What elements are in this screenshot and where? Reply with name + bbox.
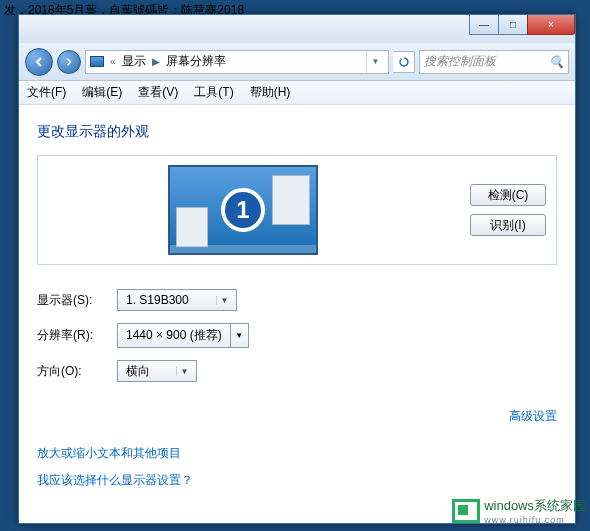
preview-taskbar — [170, 245, 316, 253]
chevron-right-icon: ▶ — [152, 56, 160, 67]
menu-tools[interactable]: 工具(T) — [194, 84, 233, 101]
monitor-preview[interactable]: 1 — [168, 165, 318, 255]
resolution-select[interactable]: 1440 × 900 (推荐) ▼ — [117, 323, 249, 348]
preview-window-icon — [176, 207, 208, 247]
display-icon — [90, 56, 104, 67]
nav-back-button[interactable] — [25, 48, 53, 76]
monitor-number-badge: 1 — [221, 188, 265, 232]
address-input[interactable]: « 显示 ▶ 屏幕分辨率 ▼ — [85, 50, 389, 74]
content-pane: 更改显示器的外观 1 检测(C) 识别(I) 显示器(S): 1. S19B30… — [19, 105, 575, 523]
chevron-down-icon: ▼ — [230, 324, 248, 347]
menu-bar: 文件(F) 编辑(E) 查看(V) 工具(T) 帮助(H) — [19, 81, 575, 105]
address-dropdown[interactable]: ▼ — [366, 51, 384, 73]
monitor-preview-frame: 1 检测(C) 识别(I) — [37, 155, 557, 265]
orientation-select-value: 横向 — [126, 363, 150, 380]
page-title: 更改显示器的外观 — [37, 123, 557, 141]
advanced-settings-link[interactable]: 高级设置 — [509, 409, 557, 423]
breadcrumb-overflow[interactable]: « — [110, 56, 116, 67]
menu-edit[interactable]: 编辑(E) — [82, 84, 122, 101]
display-select[interactable]: 1. S19B300 ▼ — [117, 289, 237, 311]
watermark: windows系统家园 www.ruihifu.com — [452, 497, 586, 525]
minimize-button[interactable]: — — [469, 15, 499, 35]
resolution-select-value: 1440 × 900 (推荐) — [118, 324, 230, 347]
search-placeholder: 搜索控制面板 — [424, 53, 496, 70]
chevron-down-icon: ▼ — [176, 367, 192, 376]
titlebar: — □ × — [19, 15, 575, 43]
address-bar: « 显示 ▶ 屏幕分辨率 ▼ 搜索控制面板 🔍 — [19, 43, 575, 81]
search-icon: 🔍 — [549, 55, 564, 69]
breadcrumb-item[interactable]: 屏幕分辨率 — [166, 53, 226, 70]
menu-help[interactable]: 帮助(H) — [250, 84, 291, 101]
orientation-select[interactable]: 横向 ▼ — [117, 360, 197, 382]
text-size-link[interactable]: 放大或缩小文本和其他项目 — [37, 445, 557, 462]
which-settings-link[interactable]: 我应该选择什么显示器设置？ — [37, 472, 557, 489]
identify-button[interactable]: 识别(I) — [470, 214, 546, 236]
watermark-logo-icon — [452, 499, 480, 523]
display-select-value: 1. S19B300 — [126, 293, 189, 307]
watermark-brand: windows系统家园 — [484, 497, 586, 515]
detect-button[interactable]: 检测(C) — [470, 184, 546, 206]
close-button[interactable]: × — [527, 15, 575, 35]
breadcrumb-item[interactable]: 显示 — [122, 53, 146, 70]
maximize-button[interactable]: □ — [498, 15, 528, 35]
search-input[interactable]: 搜索控制面板 🔍 — [419, 50, 569, 74]
menu-view[interactable]: 查看(V) — [138, 84, 178, 101]
nav-forward-button[interactable] — [57, 50, 81, 74]
menu-file[interactable]: 文件(F) — [27, 84, 66, 101]
watermark-url: www.ruihifu.com — [484, 515, 586, 525]
refresh-button[interactable] — [393, 51, 415, 73]
orientation-label: 方向(O): — [37, 363, 117, 380]
control-panel-window: — □ × « 显示 ▶ 屏幕分辨率 ▼ 搜索控制面板 🔍 — [18, 14, 576, 524]
chevron-down-icon: ▼ — [216, 296, 232, 305]
display-label: 显示器(S): — [37, 292, 117, 309]
resolution-label: 分辨率(R): — [37, 327, 117, 344]
preview-window-icon — [272, 175, 310, 225]
